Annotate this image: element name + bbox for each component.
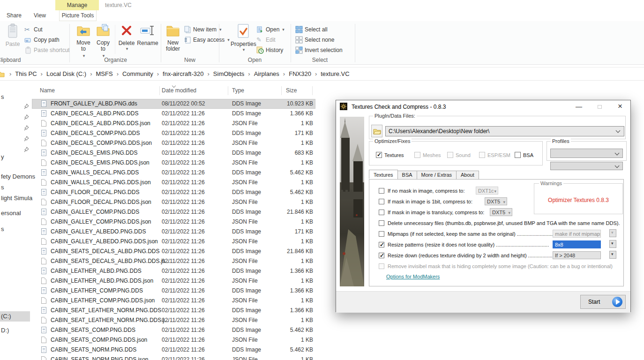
- address-bar[interactable]: ›This PC ›Local Disk (C:) ›MSFS ›Communi…: [0, 67, 644, 81]
- profile-combobox-2[interactable]: [550, 162, 623, 170]
- options-for-modmakers-link[interactable]: Options for ModMakers: [386, 274, 440, 279]
- table-row[interactable]: CABIN_GALLEY_ALBEDO.PNG.DDS.json 02/11/2…: [30, 237, 330, 247]
- optimizer-checkbox-item[interactable]: Textures: [376, 152, 404, 158]
- checkbox[interactable]: [379, 188, 384, 194]
- table-row[interactable]: CABIN_WALLS_DECAL.PNG.DDS.json 02/11/202…: [30, 178, 330, 188]
- new-folder-button[interactable]: New folder: [163, 23, 183, 52]
- breadcrumb-item[interactable]: MSFS: [96, 70, 113, 77]
- history-button[interactable]: History: [256, 45, 283, 55]
- option-combobox[interactable]: make if not mipmaps: [553, 230, 601, 238]
- option-combobox[interactable]: DXT5: [490, 208, 512, 216]
- sidebar-item[interactable]: light Simula: [0, 193, 30, 203]
- copy-to-button[interactable]: Copy to▾: [94, 23, 112, 59]
- table-row[interactable]: CABIN_DECALS_EMIS.PNG.DDS 02/11/2022 11:…: [30, 148, 330, 158]
- table-row[interactable]: CABIN_FLOOR_DECAL.PNG.DDS.json 02/11/202…: [30, 197, 330, 207]
- delete-button[interactable]: Delete ▾: [117, 23, 136, 51]
- easy-access-button[interactable]: Easy access ▾: [184, 35, 230, 45]
- breadcrumb-item[interactable]: Airplanes: [254, 70, 279, 77]
- table-row[interactable]: CABIN_LEATHER_COMP.PNG.DDS 02/11/2022 11…: [30, 286, 330, 296]
- tab[interactable]: Textures: [369, 170, 398, 179]
- select-all-button[interactable]: Select all: [295, 25, 328, 34]
- table-row[interactable]: CABIN_GALLEY_ALBEDO.PNG.DDS 02/11/2022 1…: [30, 227, 330, 237]
- dialog-titlebar[interactable]: Textures Check and Compress - 0.8.3 — ×: [336, 100, 630, 113]
- column-divider[interactable]: [281, 86, 282, 95]
- start-button[interactable]: Start: [580, 295, 626, 309]
- table-row[interactable]: CABIN_DECALS_COMP.PNG.DDS.json 02/11/202…: [30, 138, 330, 148]
- tab-picture-tools[interactable]: Picture Tools: [59, 10, 97, 21]
- column-header-name[interactable]: Name: [40, 87, 55, 94]
- table-row[interactable]: CABIN_SEATS_DECALS_ALBD.PNG.DDS.js... 02…: [30, 256, 330, 266]
- checkbox[interactable]: [379, 242, 384, 248]
- profile-combobox-1[interactable]: [550, 149, 623, 158]
- sidebar-item[interactable]: fety Demons: [0, 172, 30, 182]
- maximize-button[interactable]: [589, 101, 610, 112]
- column-divider[interactable]: [228, 86, 228, 95]
- sidebar-item[interactable]: s: [0, 224, 30, 234]
- column-divider[interactable]: [159, 86, 160, 95]
- option-combobox[interactable]: DXT5: [485, 197, 507, 205]
- checkbox[interactable]: [379, 231, 384, 237]
- checkbox[interactable]: [515, 152, 521, 158]
- column-header-type[interactable]: Type: [232, 87, 244, 94]
- breadcrumb-item[interactable]: FNX320: [289, 70, 311, 77]
- optimizer-checkbox-item[interactable]: Sound: [447, 152, 471, 158]
- sidebar-item[interactable]: y: [0, 152, 30, 162]
- breadcrumb-item[interactable]: fnx-aircraft-320: [163, 70, 203, 77]
- properties-button[interactable]: Properties ▾: [231, 23, 256, 52]
- table-row[interactable]: CABIN_DECALS_COMP.PNG.DDS 02/11/2022 11:…: [30, 128, 330, 138]
- tab-view[interactable]: View: [34, 10, 46, 21]
- tab[interactable]: More / Extras: [417, 171, 457, 179]
- checkbox[interactable]: [479, 152, 485, 158]
- breadcrumb-item[interactable]: Local Disk (C:): [46, 70, 86, 77]
- manage-contextual-tab[interactable]: Manage: [55, 0, 99, 10]
- checkbox[interactable]: [379, 220, 384, 226]
- data-path-combobox[interactable]: C:\Users\Alexander\Desktop\New folder\: [385, 126, 624, 136]
- rename-button[interactable]: Rename: [136, 23, 159, 46]
- tab[interactable]: About: [456, 171, 479, 179]
- table-row[interactable]: CABIN_FLOOR_DECAL.PNG.DDS 02/11/2022 11:…: [30, 188, 330, 197]
- checkbox[interactable]: [379, 253, 384, 258]
- table-row[interactable]: CABIN_DECALS_ALBD.PNG.DDS 02/11/2022 11:…: [30, 109, 330, 119]
- checkbox[interactable]: [379, 199, 384, 204]
- table-row[interactable]: CABIN_SEAT_LEATHER_NORM.PNG.DDS.j... 02/…: [30, 315, 330, 325]
- dropdown-arrow-button[interactable]: [609, 229, 616, 237]
- checkbox[interactable]: [379, 263, 384, 269]
- browse-folder-button[interactable]: [371, 125, 382, 137]
- table-row[interactable]: CABIN_LEATHER_ALBD.PNG.DDS 02/11/2022 11…: [30, 266, 330, 276]
- paste-shortcut-button[interactable]: Paste shortcut: [24, 45, 70, 55]
- checkbox[interactable]: [447, 152, 453, 158]
- checkbox[interactable]: [379, 210, 384, 215]
- option-combobox[interactable]: If > 2048: [553, 251, 601, 259]
- table-row[interactable]: CABIN_WALLS_DECAL.PNG.DDS 02/11/2022 11:…: [30, 168, 330, 178]
- option-combobox[interactable]: DXT1c: [476, 187, 498, 195]
- option-combobox[interactable]: 8x8: [553, 240, 601, 248]
- sidebar-item[interactable]: D:): [0, 325, 30, 336]
- table-row[interactable]: CABIN_SEATS_COMP.PNG.DDS.json 02/11/2022…: [30, 335, 330, 345]
- move-to-button[interactable]: Move to▾: [74, 23, 93, 59]
- table-row[interactable]: CABIN_GALLEY_COMP.PNG.DDS 02/11/2022 11:…: [30, 207, 330, 217]
- select-none-button[interactable]: Select none: [295, 35, 334, 45]
- invert-selection-button[interactable]: Invert selection: [295, 45, 343, 55]
- table-row[interactable]: CABIN_SEATS_COMP.PNG.DDS 02/11/2022 11:2…: [30, 325, 330, 335]
- column-header-size[interactable]: Size: [286, 87, 297, 94]
- close-button[interactable]: ×: [610, 101, 630, 112]
- optimizer-checkbox-item[interactable]: BSA: [515, 152, 533, 158]
- minimize-button[interactable]: —: [569, 101, 589, 112]
- edit-button[interactable]: ✎ Edit: [256, 35, 276, 45]
- tab[interactable]: BSA: [397, 171, 417, 179]
- table-row[interactable]: CABIN_DECALS_EMIS.PNG.DDS.json 02/11/202…: [30, 158, 330, 168]
- breadcrumb-item[interactable]: Community: [122, 70, 153, 77]
- table-row[interactable]: CABIN_DECALS_ALBD.PNG.DDS.json 02/11/202…: [30, 119, 330, 128]
- sidebar-item[interactable]: s: [0, 182, 30, 193]
- table-row[interactable]: FRONT_GALLEY_ALBD.PNG.dds 08/11/2022 00:…: [32, 99, 315, 109]
- dropdown-arrow-button[interactable]: [609, 251, 616, 259]
- sidebar-item[interactable]: (C:): [0, 311, 30, 322]
- optimizer-checkbox-item[interactable]: Meshes: [414, 152, 441, 158]
- breadcrumb-item[interactable]: SimObjects: [213, 70, 244, 77]
- table-row[interactable]: CABIN_LEATHER_COMP.PNG.DDS.json 02/11/20…: [30, 296, 330, 306]
- column-header-date[interactable]: Date modified: [162, 87, 196, 94]
- table-row[interactable]: CABIN_SEATS_NORM.PNG.DDS 02/11/2022 11:2…: [30, 345, 330, 355]
- table-row[interactable]: CABIN_GALLEY_COMP.PNG.DDS.json 02/11/202…: [30, 217, 330, 227]
- breadcrumb-item[interactable]: texture.VC: [321, 70, 349, 77]
- sidebar-item[interactable]: ersonal: [0, 208, 30, 218]
